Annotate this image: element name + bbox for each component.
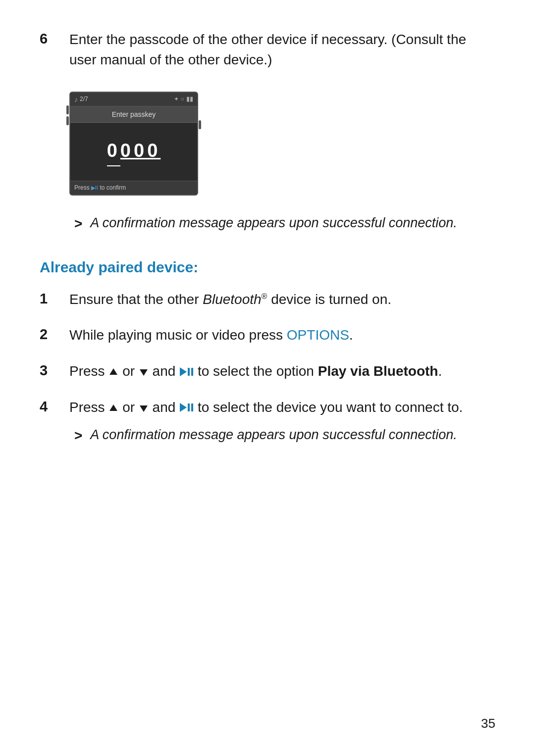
- already-paired-step-1-block: 1 Ensure that the other Bluetooth® devic…: [40, 290, 495, 310]
- step-4-result-text: A confirmation message appears upon succ…: [90, 425, 457, 445]
- step-1-text-after: device is turned on.: [267, 292, 391, 307]
- bluetooth-word: Bluetooth: [203, 292, 261, 307]
- track-number: 2/7: [80, 95, 88, 103]
- device-left-buttons: [66, 105, 69, 125]
- enter-passkey-label: Enter passkey: [112, 110, 156, 118]
- already-paired-step-2-block: 2 While playing music or video press OPT…: [40, 325, 495, 346]
- step-3-or: or: [122, 363, 139, 379]
- already-paired-heading: Already paired device:: [40, 259, 495, 276]
- play-pause-confirm-icon: ▶II: [91, 185, 98, 191]
- step-6-text: Enter the passcode of the other device i…: [69, 32, 466, 67]
- confirm-suffix: to confirm: [100, 184, 126, 191]
- step-4-text-middle: to select the device you want to connect…: [198, 400, 463, 415]
- play-pause-icon-2: [180, 403, 193, 412]
- passkey-display: 0000: [70, 123, 197, 180]
- step-2-text-before: While playing music or video press: [69, 327, 287, 343]
- side-button-1: [66, 105, 69, 114]
- device-top-bar-right: ✦ ○ ▮▮: [174, 95, 193, 104]
- up-arrow-icon: [109, 368, 117, 375]
- result-arrow-icon: >: [74, 214, 82, 234]
- page-number: 35: [481, 716, 495, 731]
- already-paired-step-3-block: 3 Press or and to select the option Play…: [40, 361, 495, 382]
- step-6-row: 6 Enter the passcode of the other device…: [40, 30, 495, 243]
- signal-icon: ○: [181, 95, 184, 103]
- already-paired-step-4-content: Press or and to select the device you wa…: [69, 398, 495, 446]
- already-paired-step-3-row: 3 Press or and to select the option Play…: [40, 361, 495, 382]
- battery-icon: ▮▮: [186, 95, 193, 104]
- step-6-result: > A confirmation message appears upon su…: [69, 213, 495, 234]
- step-3-text-end: .: [438, 363, 442, 379]
- step-3-press: Press: [69, 363, 108, 379]
- step-4-press: Press: [69, 400, 108, 415]
- step-3-text-middle: to select the option: [198, 363, 318, 379]
- already-paired-step-3-content: Press or and to select the option Play v…: [69, 361, 495, 382]
- confirm-bar: Press ▶II to confirm: [70, 181, 197, 195]
- step-3-and: and: [153, 363, 180, 379]
- already-paired-step-4-number: 4: [40, 398, 69, 415]
- side-button-2: [66, 116, 69, 125]
- options-word: OPTIONS: [287, 327, 349, 343]
- already-paired-step-4-block: 4 Press or and to select the device you …: [40, 398, 495, 446]
- star-icon: ✦: [174, 95, 179, 103]
- already-paired-step-1-content: Ensure that the other Bluetooth® device …: [69, 290, 495, 310]
- already-paired-step-1-number: 1: [40, 290, 69, 307]
- step-6-result-text: A confirmation message appears upon succ…: [90, 213, 457, 233]
- play-via-bluetooth-text: Play via Bluetooth: [318, 363, 438, 379]
- step-1-text-before: Ensure that the other: [69, 292, 203, 307]
- already-paired-step-2-row: 2 While playing music or video press OPT…: [40, 325, 495, 346]
- music-note-icon: ♪: [74, 95, 78, 104]
- device-screenshot-wrapper: ♪ 2/7 ✦ ○ ▮▮ Ent: [69, 81, 198, 204]
- confirm-text: Press: [74, 184, 91, 191]
- step-4-and: and: [153, 400, 180, 415]
- step-4-result-arrow-icon: >: [74, 426, 82, 446]
- already-paired-step-4-row: 4 Press or and to select the device you …: [40, 398, 495, 446]
- step-6-number: 6: [40, 30, 69, 47]
- step-2-text-after: .: [349, 327, 353, 343]
- passkey-value: 0000: [107, 137, 161, 166]
- already-paired-step-1-row: 1 Ensure that the other Bluetooth® devic…: [40, 290, 495, 310]
- step-6-block: 6 Enter the passcode of the other device…: [40, 30, 495, 243]
- step-4-result: > A confirmation message appears upon su…: [69, 425, 495, 446]
- step-4-or: or: [122, 400, 139, 415]
- down-arrow-icon-2: [140, 405, 148, 412]
- enter-passkey-bar: Enter passkey: [70, 106, 197, 123]
- already-paired-step-2-content: While playing music or video press OPTIO…: [69, 325, 495, 346]
- registered-symbol: ®: [262, 292, 268, 300]
- device-top-bar-left: ♪ 2/7: [74, 95, 88, 104]
- device-right-buttons: [199, 120, 201, 129]
- play-pause-icon: [180, 367, 193, 376]
- side-button-right: [199, 120, 201, 129]
- page-container: 6 Enter the passcode of the other device…: [0, 0, 535, 492]
- already-paired-step-3-number: 3: [40, 361, 69, 379]
- device-screenshot: ♪ 2/7 ✦ ○ ▮▮ Ent: [69, 92, 198, 196]
- step-6-content: Enter the passcode of the other device i…: [69, 30, 495, 243]
- up-arrow-icon-2: [109, 404, 117, 411]
- device-top-bar: ♪ 2/7 ✦ ○ ▮▮: [70, 93, 197, 106]
- already-paired-step-2-number: 2: [40, 325, 69, 343]
- down-arrow-icon: [140, 369, 148, 376]
